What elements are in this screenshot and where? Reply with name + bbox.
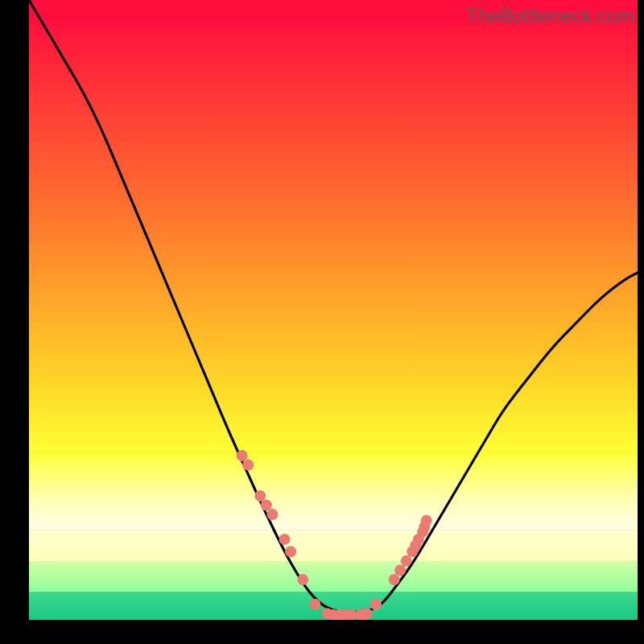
svg-point-28 bbox=[389, 574, 400, 585]
svg-rect-4 bbox=[29, 452, 638, 484]
svg-rect-8 bbox=[29, 561, 638, 592]
svg-rect-3 bbox=[29, 384, 638, 452]
svg-point-15 bbox=[279, 534, 291, 545]
svg-rect-5 bbox=[29, 484, 638, 506]
svg-point-17 bbox=[297, 574, 308, 585]
svg-point-30 bbox=[401, 555, 412, 567]
svg-rect-37 bbox=[0, 0, 29, 644]
svg-rect-7 bbox=[29, 530, 638, 561]
svg-point-18 bbox=[309, 599, 320, 610]
svg-point-14 bbox=[266, 509, 278, 520]
svg-point-36 bbox=[421, 515, 432, 526]
svg-point-11 bbox=[242, 460, 254, 471]
svg-point-13 bbox=[261, 500, 272, 511]
svg-point-26 bbox=[361, 608, 373, 619]
svg-rect-2 bbox=[29, 204, 638, 385]
svg-rect-38 bbox=[638, 0, 644, 644]
svg-point-27 bbox=[370, 599, 382, 610]
svg-point-29 bbox=[394, 564, 406, 576]
watermark-label: TheBottleneck.com bbox=[466, 5, 634, 27]
chart-container: TheBottleneck.com bbox=[0, 0, 644, 644]
svg-point-12 bbox=[254, 490, 266, 502]
bottleneck-chart bbox=[0, 0, 644, 644]
svg-point-10 bbox=[237, 450, 248, 461]
svg-rect-39 bbox=[0, 620, 644, 644]
svg-rect-6 bbox=[29, 506, 638, 530]
svg-point-16 bbox=[285, 546, 296, 557]
